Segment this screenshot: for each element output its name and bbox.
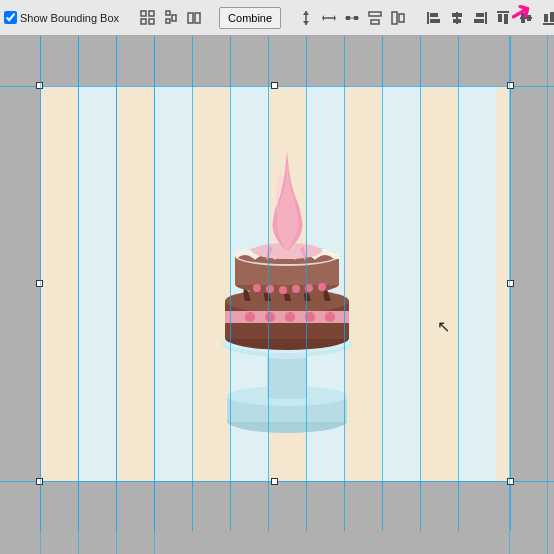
svg-rect-23 [430, 13, 438, 17]
stripe-3 [154, 86, 192, 481]
guide-line-6 [268, 36, 269, 531]
canvas-guide-l4 [154, 36, 155, 554]
guide-line-8 [344, 36, 345, 531]
svg-rect-29 [476, 13, 484, 17]
align-icons-group [423, 7, 554, 29]
svg-rect-5 [166, 19, 170, 23]
svg-rect-38 [544, 14, 548, 22]
svg-rect-33 [504, 14, 508, 24]
svg-marker-14 [334, 15, 336, 21]
align-right-icon[interactable] [469, 7, 491, 29]
svg-point-74 [318, 283, 326, 291]
svg-rect-32 [498, 14, 502, 22]
canvas-guide-r1 [509, 36, 510, 554]
align-middle-icon[interactable] [515, 7, 537, 29]
distribute-icon-2[interactable] [318, 7, 340, 29]
guide-line-11 [458, 36, 459, 531]
svg-rect-0 [141, 11, 146, 16]
show-bounding-label: Show Bounding Box [20, 12, 119, 24]
svg-rect-18 [369, 12, 381, 16]
svg-point-62 [325, 312, 335, 322]
transform-icon-3[interactable] [183, 7, 205, 29]
guide-line-7 [306, 36, 307, 531]
svg-point-71 [279, 286, 287, 294]
svg-rect-27 [453, 19, 461, 23]
align-left-icon[interactable] [423, 7, 445, 29]
stripe-2 [116, 86, 154, 481]
guide-line-5 [230, 36, 231, 531]
svg-rect-24 [430, 19, 440, 23]
guide-line-9 [382, 36, 383, 531]
distribute-icon-5[interactable] [387, 7, 409, 29]
align-top-icon[interactable] [492, 7, 514, 29]
svg-rect-21 [399, 14, 404, 22]
stripe-11 [458, 86, 496, 481]
svg-rect-3 [149, 19, 154, 24]
svg-rect-19 [371, 20, 379, 24]
svg-rect-36 [527, 15, 531, 21]
svg-rect-4 [166, 11, 170, 15]
svg-marker-10 [303, 11, 309, 15]
distribute-icon-4[interactable] [364, 7, 386, 29]
svg-rect-7 [188, 13, 193, 23]
svg-point-69 [253, 284, 261, 292]
svg-marker-11 [303, 21, 309, 25]
svg-rect-35 [521, 13, 525, 23]
stripe-1 [78, 86, 116, 481]
svg-point-60 [285, 312, 295, 322]
show-bounding-checkbox[interactable] [4, 11, 17, 24]
bbox-handle-bc [271, 478, 278, 485]
svg-rect-2 [149, 11, 154, 16]
svg-rect-1 [141, 19, 146, 24]
combine-button[interactable]: Combine [219, 7, 281, 29]
svg-rect-6 [172, 15, 176, 21]
stripe-0 [40, 86, 78, 481]
svg-point-72 [292, 285, 300, 293]
cake-illustration [195, 116, 380, 446]
show-bounding-group: Show Bounding Box [4, 11, 119, 24]
svg-rect-8 [195, 13, 200, 23]
canvas-guide-left [40, 36, 41, 554]
transform-icons-group2 [295, 7, 409, 29]
stripe-10 [420, 86, 458, 481]
guide-line-10 [420, 36, 421, 531]
distribute-icon-3[interactable] [341, 7, 363, 29]
distribute-icon-1[interactable] [295, 7, 317, 29]
bbox-handle-tc [271, 82, 278, 89]
svg-rect-26 [452, 13, 462, 17]
toolbar: Show Bounding Box Combine [0, 0, 554, 36]
transform-icons-group1 [137, 7, 205, 29]
transform-icon-1[interactable] [137, 7, 159, 29]
artwork-panel: ↖ [40, 86, 510, 481]
canvas-guide-l3 [116, 36, 117, 554]
canvas-guide-r2 [547, 36, 548, 554]
transform-icon-2[interactable] [160, 7, 182, 29]
guide-line-4 [192, 36, 193, 531]
svg-point-59 [265, 312, 275, 322]
svg-rect-20 [392, 12, 397, 24]
canvas-area: ↖ [0, 36, 554, 554]
svg-marker-13 [322, 15, 324, 21]
stripe-9 [382, 86, 420, 481]
svg-point-58 [245, 312, 255, 322]
canvas-guide-l2 [78, 36, 79, 554]
align-bottom-icon[interactable] [538, 7, 554, 29]
svg-rect-30 [474, 19, 484, 23]
align-center-icon[interactable] [446, 7, 468, 29]
svg-rect-39 [550, 12, 554, 22]
